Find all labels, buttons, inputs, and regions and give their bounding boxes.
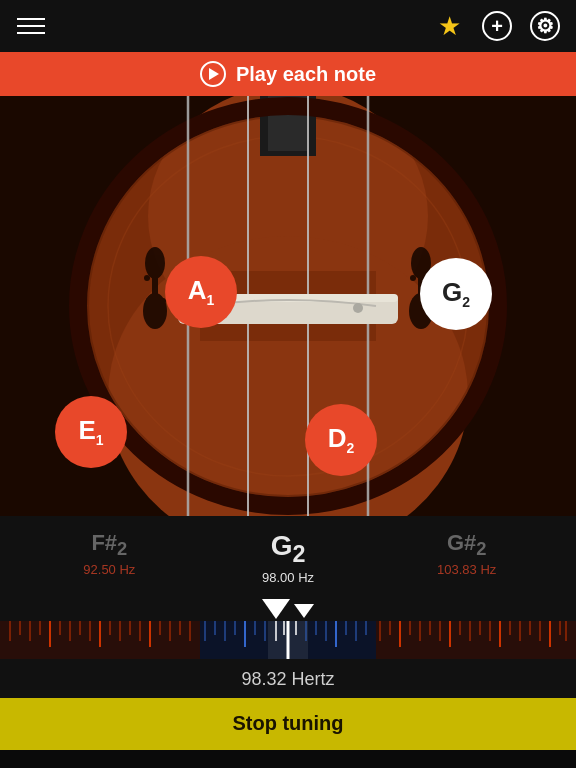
freq-hz-center: 98.00 Hz: [199, 570, 378, 585]
tuner-panel: F#2 92.50 Hz G2 98.00 Hz G#2 103.83 Hz: [0, 516, 576, 750]
play-each-note-banner[interactable]: Play each note: [0, 52, 576, 96]
note-label-G2: G2: [442, 277, 470, 310]
arrow-down-large-icon: [262, 599, 290, 619]
freq-hz-right: 103.83 Hz: [377, 562, 556, 577]
cello-area: E1 A1 D2 G2: [0, 96, 576, 516]
note-button-G2[interactable]: G2: [420, 258, 492, 330]
tuner-scale-svg: [0, 621, 576, 659]
svg-point-7: [145, 247, 165, 279]
frequency-row: F#2 92.50 Hz G2 98.00 Hz G#2 103.83 Hz: [0, 530, 576, 595]
note-label-D2: D2: [328, 423, 355, 456]
svg-point-10: [144, 275, 150, 281]
header: ★ + ⚙: [0, 0, 576, 52]
tuner-arrows: [0, 599, 576, 619]
header-action-icons: ★ + ⚙: [432, 9, 562, 43]
add-icon: +: [482, 11, 512, 41]
hertz-display: 98.32 Hertz: [0, 659, 576, 698]
hertz-value: 98.32 Hertz: [241, 669, 334, 689]
freq-note-right: G#2: [377, 530, 556, 560]
hamburger-icon: [17, 18, 45, 34]
menu-button[interactable]: [14, 9, 48, 43]
arrow-down-small-icon: [294, 604, 314, 618]
note-label-E1: E1: [78, 415, 103, 448]
note-button-A1[interactable]: A1: [165, 256, 237, 328]
tuner-scale: [0, 621, 576, 659]
play-banner-text: Play each note: [236, 63, 376, 86]
stop-tuning-button[interactable]: Stop tuning: [0, 698, 576, 750]
svg-point-15: [410, 275, 416, 281]
play-circle-icon: [200, 61, 226, 87]
settings-button[interactable]: ⚙: [528, 9, 562, 43]
freq-item-right: G#2 103.83 Hz: [377, 530, 556, 577]
favorite-button[interactable]: ★: [432, 9, 466, 43]
freq-item-left: F#2 92.50 Hz: [20, 530, 199, 577]
star-icon: ★: [438, 13, 461, 39]
settings-icon: ⚙: [530, 11, 560, 41]
freq-item-center: G2 98.00 Hz: [199, 530, 378, 585]
add-button[interactable]: +: [480, 9, 514, 43]
freq-hz-left: 92.50 Hz: [20, 562, 199, 577]
svg-rect-29: [376, 621, 576, 659]
note-button-E1[interactable]: E1: [55, 396, 127, 468]
stop-tuning-label: Stop tuning: [232, 712, 343, 735]
svg-point-27: [353, 303, 363, 313]
play-triangle-icon: [209, 68, 219, 80]
note-button-D2[interactable]: D2: [305, 404, 377, 476]
freq-note-left: F#2: [20, 530, 199, 560]
freq-note-center: G2: [199, 530, 378, 568]
note-label-A1: A1: [188, 275, 215, 308]
